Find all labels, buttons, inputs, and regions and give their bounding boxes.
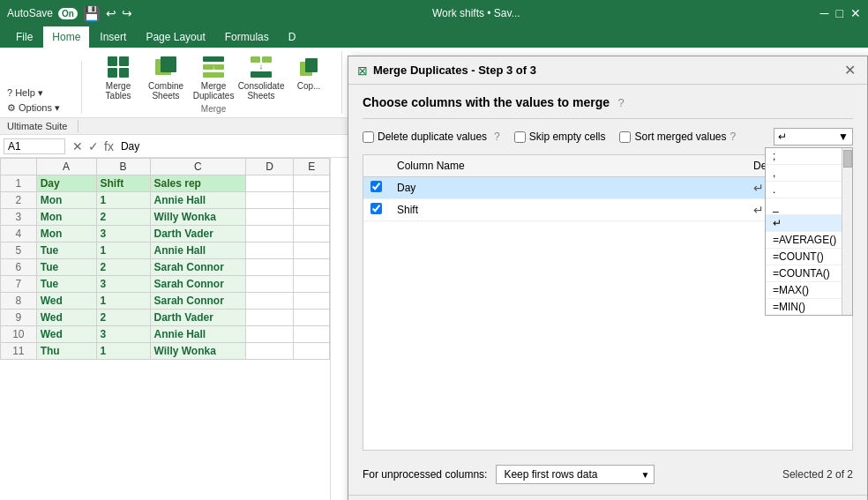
help-button[interactable]: ? Help ▾: [7, 87, 60, 99]
cell-row6-col2[interactable]: 2: [96, 259, 150, 276]
combine-sheets-button[interactable]: Combine Sheets: [144, 51, 188, 102]
cell-row2-e[interactable]: [294, 192, 330, 209]
cell-row9-col3[interactable]: Darth Vader: [150, 310, 246, 326]
cell-row3-col2[interactable]: 2: [96, 209, 150, 226]
merge-table-name-day[interactable]: Day: [390, 177, 746, 199]
delimiter-option-max[interactable]: =MAX(): [766, 282, 852, 299]
cell-row3-col1[interactable]: Mon: [36, 209, 96, 226]
merge-table-checkbox-day[interactable]: [370, 181, 382, 192]
cell-e1[interactable]: [294, 175, 330, 192]
dialog-close-button[interactable]: ✕: [841, 62, 858, 78]
cell-row5-col2[interactable]: 1: [96, 243, 150, 259]
cell-row2-col2[interactable]: 1: [96, 192, 150, 209]
col-header-a[interactable]: A: [36, 159, 96, 175]
cell-row3-e[interactable]: [294, 209, 330, 226]
cell-row6-d[interactable]: [246, 259, 294, 276]
cell-row2-col1[interactable]: Mon: [36, 192, 96, 209]
tab-file[interactable]: File: [7, 26, 41, 48]
merge-tables-button[interactable]: Merge Tables: [96, 51, 140, 102]
cell-row10-col3[interactable]: Annie Hall: [150, 326, 246, 343]
merge-table-checkbox-shift[interactable]: [370, 203, 382, 214]
cell-b1[interactable]: Shift: [96, 175, 150, 192]
tab-formulas[interactable]: Formulas: [216, 26, 278, 48]
col-header-d[interactable]: D: [246, 159, 294, 175]
skip-empty-input[interactable]: [514, 131, 526, 143]
delimiter-option-comma[interactable]: ,: [766, 165, 852, 182]
delimiter-option-period[interactable]: .: [766, 182, 852, 198]
cell-row6-e[interactable]: [294, 259, 330, 276]
cell-d1[interactable]: [246, 175, 294, 192]
cell-row9-col2[interactable]: 2: [96, 310, 150, 326]
cell-row9-d[interactable]: [246, 310, 294, 326]
cell-row7-d[interactable]: [246, 276, 294, 293]
cell-row10-col2[interactable]: 3: [96, 326, 150, 343]
cell-c1[interactable]: Sales rep: [150, 175, 246, 192]
options-button[interactable]: ⚙ Options ▾: [7, 102, 60, 114]
cell-row7-col2[interactable]: 3: [96, 276, 150, 293]
undo-icon[interactable]: ↩: [106, 6, 116, 20]
delimiter-option-min[interactable]: =MIN(): [766, 299, 852, 315]
redo-icon[interactable]: ↪: [122, 6, 132, 20]
col-header-b[interactable]: B: [96, 159, 150, 175]
tab-page-layout[interactable]: Page Layout: [137, 26, 213, 48]
delete-duplicate-checkbox[interactable]: Delete duplicate values ?: [363, 131, 500, 143]
cell-row3-col3[interactable]: Willy Wonka: [150, 209, 246, 226]
cell-row8-e[interactable]: [294, 293, 330, 310]
tab-insert[interactable]: Insert: [91, 26, 135, 48]
cell-row9-col1[interactable]: Wed: [36, 310, 96, 326]
cell-row7-e[interactable]: [294, 276, 330, 293]
cell-row4-col3[interactable]: Darth Vader: [150, 226, 246, 243]
minimize-icon[interactable]: ─: [820, 6, 829, 20]
insert-function-icon[interactable]: fx: [104, 139, 114, 153]
confirm-formula-icon[interactable]: ✓: [88, 139, 99, 153]
cell-row8-col3[interactable]: Sarah Connor: [150, 293, 246, 310]
delimiter-option-newline[interactable]: ↵: [766, 215, 852, 232]
cell-row11-col3[interactable]: Willy Wonka: [150, 343, 246, 360]
delimiter-option-underscore[interactable]: _: [766, 198, 852, 215]
col-header-e[interactable]: E: [294, 159, 330, 175]
delimiter-option-average[interactable]: =AVERAGE(): [766, 232, 852, 249]
cell-row6-col3[interactable]: Sarah Connor: [150, 259, 246, 276]
cell-row10-e[interactable]: [294, 326, 330, 343]
delimiter-option-count[interactable]: =COUNT(): [766, 249, 852, 265]
cell-row4-col2[interactable]: 3: [96, 226, 150, 243]
cell-row6-col1[interactable]: Tue: [36, 259, 96, 276]
cell-row11-d[interactable]: [246, 343, 294, 360]
merge-table-check-day[interactable]: [363, 177, 390, 199]
cell-row8-col1[interactable]: Wed: [36, 293, 96, 310]
cell-row4-col1[interactable]: Mon: [36, 226, 96, 243]
merge-table-check-shift[interactable]: [363, 199, 390, 221]
cell-row7-col1[interactable]: Tue: [36, 276, 96, 293]
cell-row4-e[interactable]: [294, 226, 330, 243]
cell-row9-e[interactable]: [294, 310, 330, 326]
dropdown-scrollbar[interactable]: [842, 148, 852, 315]
cell-row2-col3[interactable]: Annie Hall: [150, 192, 246, 209]
cell-row5-e[interactable]: [294, 243, 330, 259]
copy-button[interactable]: Cop...: [287, 51, 331, 102]
merge-duplicates-button[interactable]: ↓ Merge Duplicates: [191, 51, 236, 102]
delimiter-dropdown[interactable]: ↵ ▼: [774, 128, 853, 146]
delete-duplicate-input[interactable]: [363, 131, 374, 143]
cell-row2-d[interactable]: [246, 192, 294, 209]
tab-d[interactable]: D: [280, 26, 305, 48]
consolidate-sheets-button[interactable]: ↓ Consolidate Sheets: [239, 51, 283, 102]
cell-row5-d[interactable]: [246, 243, 294, 259]
merge-table-name-shift[interactable]: Shift: [390, 199, 746, 221]
name-box[interactable]: [4, 138, 65, 154]
delimiter-option-counta[interactable]: =COUNTA(): [766, 265, 852, 282]
cell-row11-col1[interactable]: Thu: [36, 343, 96, 360]
cell-row3-d[interactable]: [246, 209, 294, 226]
sort-merged-checkbox[interactable]: Sort merged values: [619, 131, 726, 143]
col-header-c[interactable]: C: [150, 159, 246, 175]
skip-empty-checkbox[interactable]: Skip empty cells: [514, 131, 606, 143]
delimiter-option-semicolon[interactable]: ;: [766, 148, 852, 165]
tab-home[interactable]: Home: [43, 26, 89, 48]
maximize-icon[interactable]: □: [836, 6, 843, 20]
close-icon[interactable]: ✕: [850, 6, 861, 20]
sort-merged-input[interactable]: [619, 131, 631, 143]
autosave-toggle[interactable]: On: [58, 8, 78, 19]
cell-a1[interactable]: Day: [36, 175, 96, 192]
unprocessed-select[interactable]: Keep first rows data Keep last rows data…: [496, 465, 655, 484]
delete-dup-help[interactable]: ?: [494, 131, 500, 143]
cell-row4-d[interactable]: [246, 226, 294, 243]
